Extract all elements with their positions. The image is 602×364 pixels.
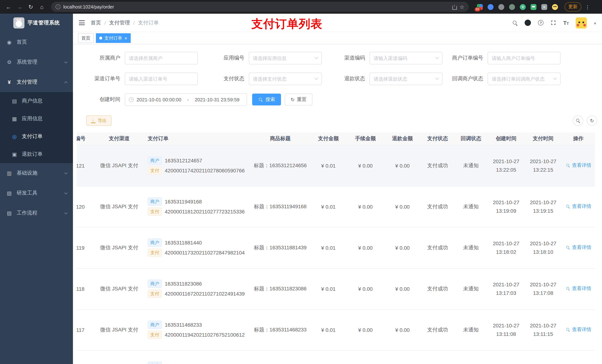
channel-order-no-input[interactable] [129,76,194,82]
sidebar-item-pay-order[interactable]: ◎ 支付订单 [0,128,73,145]
toggle-search-button[interactable] [573,115,583,126]
table-toolbar: 导出 [86,115,597,126]
merchant-order-no-field[interactable] [488,52,560,64]
logo-title: 芋道管理系统 [28,20,60,26]
search-icon [258,97,263,102]
extensions-puzzle-icon[interactable] [541,4,547,10]
font-size-icon[interactable] [563,20,569,26]
table-row: 116 微信 JSAPI 支付 商户1635311157836 支付 [77,350,595,364]
sidebar-item-home[interactable]: ◉ 首页 [0,32,73,52]
sidebar-item-payment[interactable]: ¥ 支付管理 [0,72,73,92]
notify-status-select[interactable] [488,73,560,85]
tag-home[interactable]: 首页 [78,33,94,43]
breadcrumb-payment[interactable]: 支付管理 [109,20,130,26]
browser-reload-icon[interactable]: ↻ [26,2,35,12]
sidebar: 芋道管理系统 ◉ 首页 ⚙ 系统管理 ¥ 支付管理 ▤ 商户信息 ▦ 应用信息 [0,14,73,364]
magnifier-icon [566,328,570,332]
url-text: localhost:1024/pay/order [63,4,449,10]
bookmark-star-icon[interactable] [460,3,464,10]
merchant-input[interactable] [129,55,194,61]
extension-pin-icon[interactable] [488,4,494,10]
site-info-icon[interactable] [55,4,60,9]
help-icon[interactable] [538,20,544,26]
date-separator: - [184,97,192,102]
chevron-down-icon [64,60,68,63]
filter-label: 渠道编码 [322,55,369,62]
extension-globe-icon[interactable] [498,4,504,10]
pay-tag: 支付 [148,249,162,257]
extension-grid-icon[interactable]: 10 [477,4,483,10]
sidebar-item-refund-order[interactable]: ▣ 退款订单 [0,145,73,163]
refund-status-input[interactable] [374,76,434,82]
col-status: 支付状态 [421,132,454,145]
tag-pay-order[interactable]: 支付订单 [96,33,130,43]
reset-button[interactable]: 重置 [285,94,312,105]
merchant-tag: 商户 [148,198,162,206]
create-time-range-picker[interactable]: 2021-10-01 00:00:00 - 2021-10-31 23:59:5… [125,93,247,106]
fullscreen-icon[interactable] [550,20,556,26]
sidebar-item-merchant-info[interactable]: ▤ 商户信息 [0,92,73,110]
breadcrumb-home[interactable]: 首页 [91,20,101,26]
chevron-down-icon [435,55,439,59]
sidebar-item-infra[interactable]: ▥ 基础设施 [0,163,73,183]
toolbox-icon: ▧ [6,190,13,196]
view-detail-link[interactable]: 查看详情 [565,326,591,333]
search-button[interactable]: 搜索 [252,94,281,105]
dashboard-icon: ◉ [6,39,13,45]
merchant-order-no-input[interactable] [492,55,557,61]
pay-status-input[interactable] [253,76,313,82]
app-input[interactable] [253,55,313,61]
app-select[interactable] [249,52,322,64]
user-avatar[interactable] [576,17,587,28]
view-detail-link[interactable]: 查看详情 [565,244,591,251]
table-row: 117 微信 JSAPI 支付 商户1635311468233 支付420000… [77,309,595,350]
channel-order-no-field[interactable] [125,73,198,85]
merchant-tag: 商户 [148,280,162,288]
filter-label: 商户订单编号 [442,55,488,62]
merchant-select[interactable] [125,52,198,64]
avatar-caret-icon[interactable] [594,20,596,26]
sidebar-item-dev-tools[interactable]: ▧ 研发工具 [0,183,73,203]
grid-icon: ▦ [11,116,18,122]
vue-devtools-icon[interactable] [520,4,526,10]
pay-status-select[interactable] [249,73,322,85]
hamburger-icon[interactable] [79,20,85,25]
app-navbar: 首页 / 支付管理 / 支付订单 [73,14,602,32]
sidebar-item-workflow[interactable]: ▨ 工作流程 [0,203,73,223]
notify-status-input[interactable] [492,76,552,82]
address-bar[interactable]: localhost:1024/pay/order [51,2,469,12]
view-detail-link[interactable]: 查看详情 [565,203,591,210]
merchant-tag: 商户 [148,239,162,247]
col-fee: 手续金额 [347,132,384,145]
view-detail-link[interactable]: 查看详情 [565,162,591,169]
share-icon[interactable] [452,4,457,10]
col-create-time: 创建时间 [488,132,525,145]
sidebar-item-system[interactable]: ⚙ 系统管理 [0,52,73,72]
browser-home-icon[interactable]: ⌂ [37,2,47,12]
search-icon[interactable] [512,20,517,25]
github-icon[interactable] [525,20,531,26]
chevron-down-icon [64,191,68,194]
magnifier-icon [566,287,570,290]
extension-chat-icon[interactable] [531,4,537,10]
browser-menu-dots-icon[interactable] [585,4,590,10]
filter-label: 退款状态 [322,75,369,82]
channel-code-select[interactable] [369,52,442,64]
close-icon[interactable] [124,35,127,41]
extension-globe2-icon[interactable] [509,4,515,10]
channel-code-input[interactable] [374,55,434,61]
browser-profile-avatar[interactable] [552,4,558,10]
active-dot [99,37,102,40]
export-button[interactable]: 导出 [86,115,111,126]
target-icon: ◎ [11,134,18,139]
sidebar-item-app-info[interactable]: ▦ 应用信息 [0,110,73,128]
clock-icon [129,97,134,102]
date-start: 2021-10-01 00:00:00 [137,97,181,102]
browser-update-button[interactable]: 更新 [565,2,581,11]
chevron-down-icon [64,211,68,214]
view-detail-link[interactable]: 查看详情 [565,285,591,292]
refresh-table-button[interactable] [587,115,597,126]
refund-status-select[interactable] [369,73,442,85]
browser-back-icon[interactable]: ← [4,2,13,12]
browser-forward-icon[interactable]: → [15,2,24,12]
